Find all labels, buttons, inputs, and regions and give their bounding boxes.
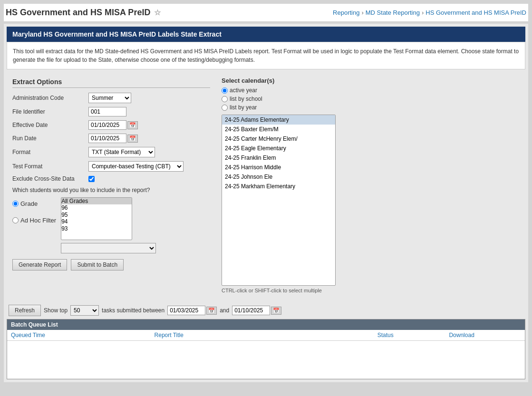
star-icon[interactable]: ☆	[154, 8, 161, 17]
exclude-cross-site-label: Exclude Cross-Site Data	[12, 175, 88, 182]
effective-date-calendar-button[interactable]: 📅	[127, 121, 138, 129]
show-top-label: Show top	[44, 307, 68, 314]
batch-queue-table: Queued Time Report Title Status Download	[7, 330, 525, 379]
admin-code-label: Administration Code	[12, 95, 88, 101]
breadcrumb: Reporting › MD State Reporting › HS Gove…	[333, 9, 526, 16]
extract-header: Maryland HS Government and HS MISA PreID…	[7, 27, 525, 42]
grade-radio-label: Grade	[20, 200, 38, 207]
batch-queue-header: Batch Queue List	[7, 319, 525, 330]
batch-start-date-input[interactable]	[167, 306, 205, 315]
format-label: Format	[12, 149, 88, 155]
batch-end-date-input[interactable]	[232, 306, 270, 315]
grade-radio[interactable]	[12, 201, 19, 207]
active-year-label: active year	[230, 87, 257, 94]
batch-empty-row	[7, 341, 525, 379]
adhoc-radio-label: Ad Hoc Filter	[20, 217, 56, 224]
tasks-between-label: tasks submitted between	[102, 307, 164, 314]
list-by-year-radio[interactable]	[222, 105, 228, 111]
calendar-school-listbox[interactable]: 24-25 Adams Elementary 24-25 Baxter Elem…	[222, 115, 336, 286]
active-year-radio[interactable]	[222, 87, 228, 94]
include-question: Which students would you like to include…	[12, 187, 210, 193]
section-title-extract-options: Extract Options	[12, 78, 210, 88]
batch-start-calendar-button[interactable]: 📅	[206, 307, 217, 315]
admin-code-select[interactable]: Summer Fall Spring	[88, 93, 131, 103]
adhoc-filter-select[interactable]	[61, 243, 156, 253]
run-date-calendar-button[interactable]: 📅	[127, 135, 138, 143]
and-label: and	[220, 307, 229, 314]
breadcrumb-reporting[interactable]: Reporting	[333, 9, 359, 16]
refresh-button[interactable]: Refresh	[9, 305, 41, 316]
file-identifier-input[interactable]	[88, 107, 126, 116]
adhoc-radio[interactable]	[12, 217, 19, 223]
effective-date-label: Effective Date	[12, 122, 88, 128]
batch-queue-container: Batch Queue List Queued Time Report Titl…	[7, 319, 525, 379]
submit-to-batch-button[interactable]: Submit to Batch	[71, 259, 124, 270]
file-identifier-label: File Identifier	[12, 108, 88, 115]
test-format-select[interactable]: Computer-based Testing (CBT) Paper-based…	[88, 161, 184, 172]
ctrl-hint: CTRL-click or SHIFT-click to select mult…	[222, 288, 525, 293]
col-header-download: Download	[445, 330, 525, 341]
col-header-status[interactable]: Status	[374, 330, 445, 341]
list-by-school-radio[interactable]	[222, 96, 228, 102]
breadcrumb-sep-1: ›	[361, 9, 363, 16]
calendar-section-label: Select calendar(s)	[222, 77, 525, 84]
col-header-report-title[interactable]: Report Title	[151, 330, 374, 341]
exclude-cross-site-checkbox[interactable]	[88, 176, 95, 182]
list-by-school-label: list by school	[230, 96, 262, 102]
col-header-queued-time[interactable]: Queued Time	[7, 330, 151, 341]
batch-end-calendar-button[interactable]: 📅	[271, 307, 281, 315]
grade-listbox[interactable]: All Grades 96 95 94 93	[61, 197, 132, 240]
list-by-year-label: list by year	[230, 104, 257, 111]
generate-report-button[interactable]: Generate Report	[12, 259, 67, 270]
breadcrumb-current: HS Government and HS MISA PreID	[426, 9, 526, 16]
show-top-select[interactable]: 50 25 100	[70, 305, 99, 316]
breadcrumb-md-state-reporting[interactable]: MD State Reporting	[366, 9, 420, 16]
test-format-label: Test Format	[12, 163, 88, 170]
effective-date-input[interactable]	[88, 120, 126, 130]
format-select[interactable]: TXT (State Format) CSV XML	[88, 147, 155, 157]
batch-queue-body	[7, 341, 525, 379]
run-date-input[interactable]	[88, 134, 126, 143]
breadcrumb-sep-2: ›	[422, 9, 424, 16]
extract-description: This tool will extract data for the MD S…	[7, 42, 525, 69]
run-date-label: Run Date	[12, 135, 88, 142]
page-title: HS Government and HS MISA PreID	[6, 8, 150, 18]
